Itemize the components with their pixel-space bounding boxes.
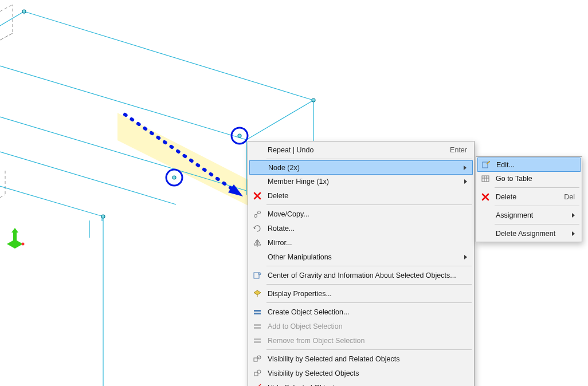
- menu-separator: [266, 266, 472, 266]
- menu-label: Center of Gravity and Information About …: [265, 271, 467, 279]
- svg-line-2: [0, 11, 24, 26]
- svg-line-1: [24, 11, 313, 100]
- menu-item-create-selection[interactable]: Create Object Selection...: [249, 305, 473, 319]
- menu-label: Add to Object Selection: [265, 322, 467, 330]
- svg-rect-36: [254, 310, 261, 312]
- blank-icon: [250, 161, 266, 174]
- delete-icon: [477, 190, 493, 204]
- svg-point-26: [22, 243, 25, 246]
- menu-label: Repeat | Undo: [265, 146, 436, 154]
- menu-separator: [266, 349, 472, 350]
- edit-icon: [478, 158, 494, 171]
- submenu-arrow-icon: [464, 179, 467, 184]
- submenu-arrow-icon: [464, 166, 467, 170]
- submenu-item-delete-assignment[interactable]: Delete Assignment: [477, 226, 581, 241]
- svg-point-46: [257, 370, 261, 373]
- svg-rect-42: [254, 358, 257, 361]
- svg-rect-37: [254, 313, 261, 314]
- menu-label: Other Manipulations: [265, 253, 454, 261]
- menu-label: Assignment: [493, 211, 562, 219]
- blank-icon: [249, 174, 265, 188]
- menu-separator: [266, 284, 472, 285]
- context-menu-main: Repeat | Undo Enter Node (2x) Member Hin…: [248, 141, 475, 386]
- submenu-item-edit[interactable]: Edit...: [477, 157, 581, 172]
- display-icon: [249, 286, 265, 301]
- submenu-item-goto-table[interactable]: Go to Table: [477, 171, 581, 186]
- svg-point-16: [101, 215, 105, 218]
- svg-point-17: [173, 176, 176, 179]
- submenu-arrow-icon: [464, 255, 467, 259]
- delete-icon: [249, 188, 265, 203]
- menu-item-member-hinge[interactable]: Member Hinge (1x): [249, 174, 473, 188]
- selection-create-icon: [249, 305, 265, 319]
- mirror-icon: [249, 235, 265, 250]
- menu-separator: [495, 224, 579, 224]
- menu-label: Member Hinge (1x): [265, 178, 454, 186]
- svg-line-44: [258, 356, 260, 359]
- menu-label: Node (2x): [266, 164, 453, 172]
- menu-item-hide-selected[interactable]: Hide Selected Objects: [249, 380, 473, 386]
- menu-separator: [266, 302, 472, 303]
- menu-item-other-manipulations[interactable]: Other Manipulations: [249, 250, 473, 264]
- submenu-arrow-icon: [572, 213, 575, 218]
- selection-add-icon: [249, 319, 265, 333]
- menu-item-delete[interactable]: Delete: [249, 188, 473, 203]
- rotate-icon: [249, 221, 265, 235]
- menu-item-visibility-related[interactable]: Visibility by Selected and Related Objec…: [249, 352, 473, 366]
- menu-item-move-copy[interactable]: Move/Copy...: [249, 207, 473, 221]
- svg-line-3: [246, 100, 313, 140]
- menu-label: Mirror...: [265, 239, 467, 247]
- visibility-icon: [249, 352, 265, 366]
- svg-rect-24: [13, 233, 17, 241]
- menu-item-display-properties[interactable]: Display Properties...: [249, 286, 473, 301]
- svg-line-48: [254, 384, 261, 387]
- svg-rect-50: [482, 176, 489, 182]
- menu-label: Move/Copy...: [265, 210, 467, 218]
- menu-label: Visibility by Selected Objects: [265, 369, 467, 377]
- svg-marker-25: [11, 228, 18, 233]
- hide-icon: [249, 380, 265, 386]
- table-icon: [477, 171, 493, 186]
- menu-item-rotate[interactable]: Rotate...: [249, 221, 473, 235]
- menu-label: Create Object Selection...: [265, 308, 467, 316]
- blank-icon: [249, 250, 265, 264]
- svg-marker-31: [258, 240, 261, 245]
- menu-item-center-of-gravity[interactable]: Center of Gravity and Information About …: [249, 268, 473, 282]
- blank-icon: [249, 143, 265, 157]
- menu-separator: [266, 204, 472, 205]
- menu-label: Display Properties...: [265, 290, 467, 298]
- submenu-item-delete[interactable]: Delete Del: [477, 190, 581, 204]
- menu-item-mirror[interactable]: Mirror...: [249, 235, 473, 250]
- menu-label: Go to Table: [493, 175, 575, 183]
- blank-icon: [477, 208, 493, 222]
- menu-item-visibility-selected[interactable]: Visibility by Selected Objects: [249, 366, 473, 380]
- menu-label: Rotate...: [265, 224, 467, 233]
- svg-rect-41: [254, 341, 261, 343]
- svg-rect-49: [483, 162, 488, 168]
- menu-separator: [266, 159, 472, 159]
- menu-label: Delete: [265, 192, 467, 200]
- svg-point-27: [254, 214, 257, 217]
- menu-label: Edit...: [494, 161, 574, 169]
- svg-line-6: [0, 152, 176, 204]
- menu-separator: [495, 206, 579, 206]
- submenu-arrow-icon: [572, 231, 575, 236]
- svg-rect-40: [254, 338, 261, 340]
- menu-item-add-selection: Add to Object Selection: [249, 319, 473, 333]
- svg-rect-38: [254, 324, 261, 326]
- svg-line-7: [0, 186, 103, 216]
- menu-label: Remove from Object Selection: [265, 337, 467, 345]
- move-icon: [249, 207, 265, 221]
- svg-rect-39: [254, 327, 261, 329]
- menu-item-remove-selection: Remove from Object Selection: [249, 333, 473, 348]
- menu-item-node[interactable]: Node (2x): [249, 160, 473, 175]
- visibility-selected-icon: [249, 366, 265, 380]
- menu-label: Hide Selected Objects: [265, 384, 467, 387]
- selection-remove-icon: [249, 333, 265, 348]
- menu-label: Delete: [493, 193, 550, 201]
- info-icon: [249, 268, 265, 282]
- submenu-item-assignment[interactable]: Assignment: [477, 208, 581, 222]
- svg-marker-30: [254, 240, 257, 245]
- menu-label: Visibility by Selected and Related Objec…: [265, 355, 467, 363]
- menu-item-repeat[interactable]: Repeat | Undo Enter: [249, 143, 473, 157]
